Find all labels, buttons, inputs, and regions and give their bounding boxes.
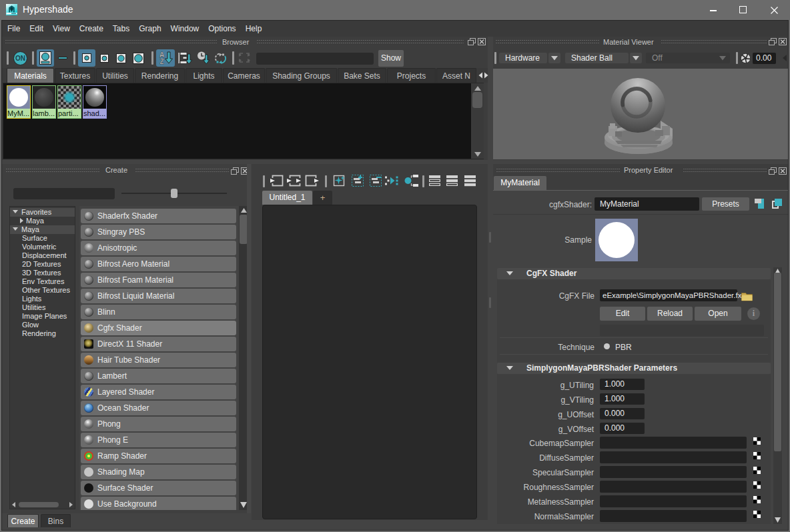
svg-text:Z: Z <box>160 58 164 65</box>
